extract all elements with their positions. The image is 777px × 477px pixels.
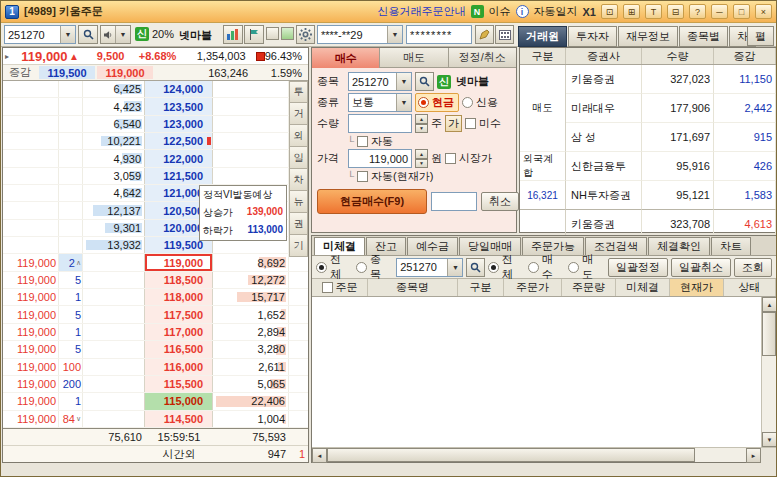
auto-price-checkbox[interactable]: [357, 171, 368, 182]
x1-button[interactable]: X1: [583, 6, 596, 18]
scroll-left-icon[interactable]: ◄: [312, 448, 327, 463]
side-sell-radio[interactable]: [568, 262, 579, 273]
bid-quantity-cell[interactable]: 8,692: [213, 254, 289, 270]
quantity-input[interactable]: [348, 114, 412, 133]
orderbook-side-tab[interactable]: 외: [289, 125, 308, 147]
news-menu-item[interactable]: 이슈: [489, 4, 511, 19]
ask-price[interactable]: 121,500: [145, 168, 213, 184]
select-all-checkbox[interactable]: [322, 282, 333, 293]
bid-quantity-cell[interactable]: 5,065: [213, 376, 289, 392]
orderbook-side-tab[interactable]: 거: [289, 103, 308, 125]
settings-gear-icon[interactable]: [296, 25, 315, 44]
ask-quantity-cell[interactable]: 9,301: [83, 220, 145, 236]
cash-radio[interactable]: [418, 97, 429, 108]
chart-icon[interactable]: [223, 25, 243, 44]
chevron-down-icon[interactable]: ▼: [396, 73, 411, 90]
help-button[interactable]: ?: [689, 4, 706, 19]
ask-quantity-cell[interactable]: 4,930: [83, 150, 145, 166]
modify-all-button[interactable]: 일괄정정: [608, 258, 668, 277]
pending-tab-8[interactable]: 차트: [711, 237, 751, 255]
auto-diary-menu-item[interactable]: 자동일지: [534, 4, 578, 19]
credit-order-guide-link[interactable]: 신용거래주문안내: [378, 4, 466, 19]
ask-quantity-cell[interactable]: 4,642: [83, 185, 145, 201]
bid-price[interactable]: 114,500: [145, 411, 213, 427]
bid-price[interactable]: 118,500: [145, 272, 213, 288]
order-tab-2[interactable]: 매도: [380, 48, 448, 68]
order-amount-input[interactable]: [431, 192, 477, 211]
chevron-down-icon[interactable]: ▼: [396, 94, 411, 111]
step-up-icon[interactable]: ▲: [415, 114, 428, 124]
bid-quantity-cell[interactable]: 15,717: [213, 289, 289, 305]
orderbook-side-tab[interactable]: 뉴: [289, 191, 308, 213]
query-button[interactable]: 조회: [734, 258, 772, 277]
pending-code-value[interactable]: 251270: [397, 259, 447, 276]
ask-price[interactable]: 123,000: [145, 116, 213, 132]
ask-quantity-cell[interactable]: 6,425: [83, 81, 145, 97]
screen-link-icon[interactable]: ⊡: [601, 4, 618, 19]
toolbox-icon[interactable]: ⊟: [667, 4, 684, 19]
order-stock-search-button[interactable]: [415, 72, 434, 91]
close-button[interactable]: ×: [755, 4, 772, 19]
ask-quantity-cell[interactable]: 6,540: [83, 116, 145, 132]
bid-price[interactable]: 118,000: [145, 289, 213, 305]
bid-quantity-cell[interactable]: 2,894: [213, 324, 289, 340]
account-combo[interactable]: ****-**29 ▼: [317, 25, 403, 44]
order-stock-combo[interactable]: 251270 ▼: [348, 72, 412, 91]
scope-stock-radio[interactable]: [356, 262, 367, 273]
vscroll-thumb[interactable]: [762, 312, 776, 356]
orderbook-side-tab[interactable]: 투: [289, 81, 308, 103]
panel-tab-3[interactable]: 재무정보: [618, 26, 678, 47]
step-up-icon[interactable]: ▲: [415, 149, 428, 159]
cash-buy-button[interactable]: 현금매수(F9): [317, 189, 427, 214]
scroll-down-icon[interactable]: ▼: [762, 432, 777, 447]
orderbook-side-tab[interactable]: 차: [289, 169, 308, 191]
panel-tab-4[interactable]: 종목별: [679, 26, 728, 47]
password-input[interactable]: ********: [406, 25, 472, 44]
hscroll-track[interactable]: [695, 448, 746, 462]
stock-code-value[interactable]: 251270: [5, 26, 60, 43]
scroll-up-icon[interactable]: ▲: [762, 297, 777, 312]
side-all-radio[interactable]: [488, 262, 499, 273]
vertical-scrollbar[interactable]: ▲ ▼: [761, 297, 776, 447]
ask-quantity-cell[interactable]: 10,221: [83, 133, 145, 149]
chevron-down-icon[interactable]: ▼: [60, 26, 75, 43]
vscroll-track[interactable]: [762, 356, 776, 432]
bid-quantity-cell[interactable]: 22,406: [213, 393, 289, 409]
scroll-right-icon[interactable]: ►: [746, 448, 761, 463]
margin-rate-label[interactable]: 20%: [152, 28, 174, 40]
ask-price[interactable]: 123,500: [145, 98, 213, 114]
bid-quantity-cell[interactable]: 12,272: [213, 272, 289, 288]
order-type-value[interactable]: 보통: [349, 94, 396, 111]
ask-price[interactable]: 122,000: [145, 150, 213, 166]
bid-price[interactable]: 117,000: [145, 324, 213, 340]
always-on-top-icon[interactable]: T: [645, 4, 662, 19]
account-value[interactable]: ****-**29: [318, 26, 387, 43]
bid-quantity-cell[interactable]: 1,652: [213, 306, 289, 322]
bid-quantity-cell[interactable]: 1,004: [213, 411, 289, 427]
bid-price[interactable]: 115,500: [145, 376, 213, 392]
order-type-select[interactable]: 보통 ▼: [348, 93, 412, 112]
auto-quantity-checkbox[interactable]: [357, 136, 368, 147]
mini-mode-icon[interactable]: [281, 27, 294, 40]
pending-search-button[interactable]: [466, 258, 484, 277]
pending-tab-3[interactable]: 예수금: [407, 237, 458, 255]
order-tab-1[interactable]: 매수: [312, 48, 380, 68]
edit-pencil-icon[interactable]: [475, 25, 494, 44]
ask-quantity-cell[interactable]: 12,137: [83, 202, 145, 218]
price-helper-button[interactable]: 가: [445, 115, 462, 132]
stock-code-combo[interactable]: 251270 ▼: [4, 25, 76, 44]
tick-scroll-arrow-icon[interactable]: ∧: [76, 259, 81, 267]
voice-alert-button[interactable]: ▼: [100, 25, 131, 44]
ask-price[interactable]: 122,500: [145, 133, 213, 149]
cash-radio-group[interactable]: 현금: [415, 93, 459, 112]
order-cancel-button[interactable]: 취소: [481, 192, 519, 211]
price-stepper[interactable]: ▲▼: [415, 149, 428, 168]
price-input[interactable]: 119,000: [348, 149, 412, 168]
cancel-all-button[interactable]: 일괄취소: [671, 258, 731, 277]
chevron-down-icon[interactable]: ▼: [387, 26, 402, 43]
step-down-icon[interactable]: ▼: [415, 159, 428, 169]
orderbook-side-tab[interactable]: 일: [289, 147, 308, 169]
bid-quantity-cell[interactable]: 3,280: [213, 341, 289, 357]
orderbook-side-tab[interactable]: 기: [289, 235, 308, 257]
market-price-checkbox[interactable]: [445, 153, 456, 164]
